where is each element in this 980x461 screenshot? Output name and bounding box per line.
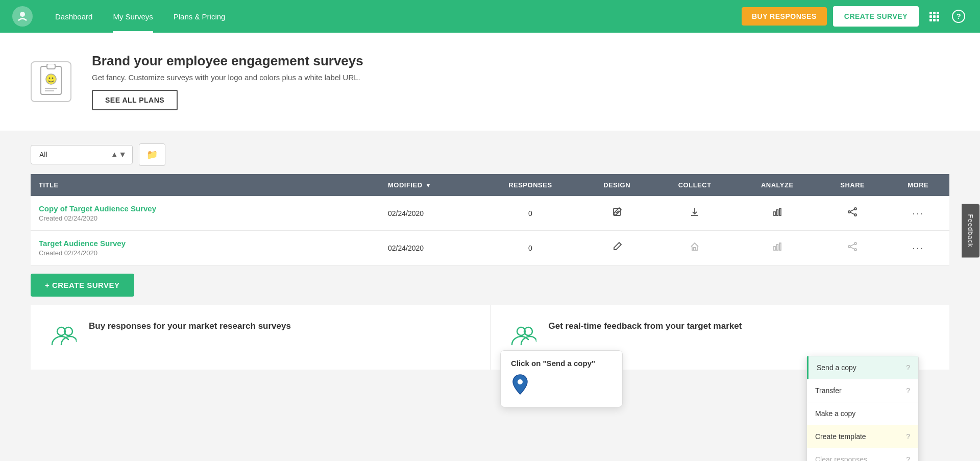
share-action[interactable] [818, 231, 887, 265]
bottom-card-buy-responses: Buy responses for your market research s… [31, 305, 491, 370]
dropdown-item-send-copy[interactable]: Send a copy ? [807, 356, 918, 379]
nav-actions: BUY RESPONSES CREATE SURVEY ? [742, 6, 968, 27]
svg-rect-5 [933, 15, 936, 18]
logo[interactable] [12, 6, 33, 27]
design-action[interactable] [580, 196, 653, 231]
survey-title-cell: Target Audience Survey Created 02/24/202… [31, 231, 380, 265]
folder-button[interactable]: 📁 [139, 143, 165, 166]
collect-action[interactable] [653, 196, 737, 231]
svg-point-14 [46, 74, 56, 84]
help-icon-send-copy[interactable]: ? [906, 363, 910, 372]
collect-icon[interactable] [690, 244, 700, 254]
svg-rect-3 [937, 12, 939, 14]
analyze-action[interactable] [736, 196, 818, 231]
svg-point-33 [854, 249, 856, 251]
svg-point-25 [854, 214, 856, 216]
svg-rect-13 [47, 64, 55, 69]
more-action[interactable]: ··· [887, 231, 949, 265]
real-time-icon [511, 323, 536, 353]
svg-rect-2 [933, 12, 936, 14]
svg-rect-1 [929, 12, 932, 14]
design-icon[interactable] [612, 209, 622, 219]
svg-rect-28 [774, 247, 775, 250]
svg-rect-30 [779, 243, 781, 250]
bottom-card-buy-text: Buy responses for your market research s… [89, 321, 291, 333]
feedback-tab[interactable]: Feedback [962, 204, 979, 257]
promo-subtitle: Get fancy. Customize surveys with your l… [92, 73, 363, 82]
col-header-responses: RESPONSES [480, 174, 580, 196]
col-header-title: TITLE [31, 174, 380, 196]
navbar: Dashboard My Surveys Plans & Pricing BUY… [0, 0, 980, 33]
svg-rect-8 [933, 19, 936, 21]
help-icon-transfer[interactable]: ? [906, 386, 910, 395]
dropdown-item-transfer[interactable]: Transfer ? [807, 379, 918, 402]
more-dots-icon[interactable]: ··· [912, 207, 924, 219]
svg-rect-7 [929, 19, 932, 21]
svg-rect-4 [929, 15, 932, 18]
svg-rect-21 [776, 210, 778, 215]
sort-arrow-icon: ▼ [426, 182, 431, 188]
bottom-card-real-time-text: Get real-time feedback from your target … [549, 321, 742, 333]
bottom-card-real-time-title: Get real-time feedback from your target … [549, 321, 742, 331]
svg-point-23 [854, 208, 856, 210]
help-icon-create-template[interactable]: ? [906, 432, 910, 441]
col-header-more: MORE [887, 174, 949, 196]
buy-responses-button[interactable]: BUY RESPONSES [742, 7, 827, 26]
folder-icon: 📁 [146, 149, 158, 160]
dropdown-item-create-template[interactable]: Create template ? [807, 425, 918, 448]
nav-my-surveys[interactable]: My Surveys [103, 0, 163, 33]
filter-select-wrapper: All My Surveys Shared with Me ▲▼ [31, 145, 133, 164]
nav-plans-pricing[interactable]: Plans & Pricing [163, 0, 236, 33]
share-icon[interactable] [847, 209, 857, 219]
design-action[interactable] [580, 231, 653, 265]
analyze-icon[interactable] [772, 244, 782, 254]
col-header-modified[interactable]: MODIFIED ▼ [380, 174, 480, 196]
promo-title: Brand your employee engagement surveys [92, 53, 363, 69]
help-icon[interactable]: ? [949, 7, 968, 26]
survey-created: Created 02/24/2020 [39, 249, 97, 257]
collect-action[interactable] [653, 231, 737, 265]
col-header-share: SHARE [818, 174, 887, 196]
see-all-plans-button[interactable]: SEE ALL PLANS [92, 90, 178, 110]
dropdown-item-label: Transfer [815, 386, 842, 395]
buy-responses-icon [51, 323, 77, 353]
design-icon[interactable] [612, 244, 622, 254]
survey-title-link[interactable]: Copy of Target Audience Survey [39, 204, 372, 213]
survey-created: Created 02/24/2020 [39, 214, 97, 222]
dropdown-item-make-copy[interactable]: Make a copy [807, 402, 918, 425]
survey-modified: 02/24/2020 [380, 231, 480, 265]
more-action[interactable]: ··· [887, 196, 949, 231]
svg-line-35 [850, 247, 854, 249]
svg-rect-29 [776, 245, 778, 250]
survey-title-link[interactable]: Target Audience Survey [39, 239, 372, 248]
analyze-action[interactable] [736, 231, 818, 265]
svg-line-34 [850, 244, 854, 246]
promo-text: Brand your employee engagement surveys G… [92, 53, 363, 110]
filter-select[interactable]: All My Surveys Shared with Me [31, 145, 133, 164]
table-row: Copy of Target Audience Survey Created 0… [31, 196, 949, 231]
bottom-card-buy-title: Buy responses for your market research s… [89, 321, 291, 331]
nav-dashboard[interactable]: Dashboard [45, 0, 103, 33]
share-action[interactable] [818, 196, 887, 231]
create-survey-main-button[interactable]: + CREATE SURVEY [31, 274, 134, 297]
survey-responses: 0 [480, 196, 580, 231]
svg-point-32 [848, 246, 850, 248]
svg-rect-22 [779, 208, 781, 215]
grid-icon[interactable] [925, 7, 943, 26]
svg-rect-9 [937, 19, 939, 21]
analyze-icon[interactable] [772, 209, 782, 219]
collect-icon[interactable] [690, 209, 700, 219]
create-survey-nav-button[interactable]: CREATE SURVEY [833, 6, 919, 27]
dropdown-menu: Send a copy ? Transfer ? Make a copy Cre… [806, 356, 919, 461]
col-header-collect: COLLECT [653, 174, 737, 196]
survey-title-cell: Copy of Target Audience Survey Created 0… [31, 196, 380, 231]
share-icon[interactable] [847, 244, 857, 254]
survey-responses: 0 [480, 231, 580, 265]
more-dots-icon[interactable]: ··· [912, 242, 924, 253]
svg-point-16 [52, 78, 54, 79]
dropdown-item-label: Create template [815, 432, 866, 441]
svg-point-31 [854, 242, 856, 245]
svg-rect-6 [937, 15, 939, 18]
tooltip-bubble: Click on "Send a copy" [500, 350, 623, 407]
svg-point-36 [518, 379, 523, 384]
